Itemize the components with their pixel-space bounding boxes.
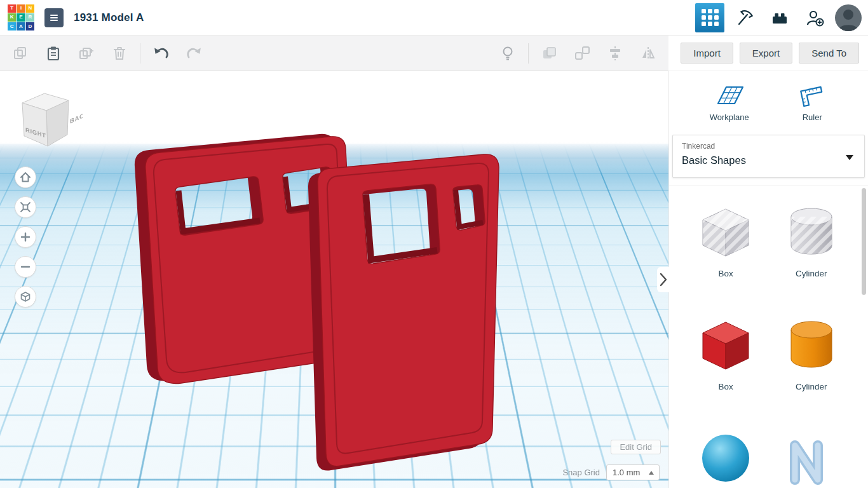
home-icon [19, 171, 32, 184]
shape-tile-cylinder[interactable]: Cylinder [782, 316, 841, 392]
align-button[interactable] [599, 39, 632, 67]
tinkercad-app: T I N K E R C A D 1931 Model A [0, 0, 868, 488]
copy-icon [12, 45, 29, 62]
perspective-toggle-button[interactable] [15, 286, 36, 308]
cylinder-icon [782, 316, 841, 374]
shape-category-dropdown[interactable]: Tinkercad Basic Shapes [672, 135, 865, 178]
duplicate-icon [78, 45, 95, 62]
ungroup-icon [574, 45, 590, 62]
box-icon [696, 316, 755, 374]
document-title: 1931 Model A [74, 11, 144, 24]
export-button[interactable]: Export [740, 43, 792, 64]
shape-tile-scribble[interactable] [782, 429, 841, 488]
align-icon [607, 45, 623, 62]
dashboard-grid-icon [702, 9, 719, 26]
fit-view-icon [19, 201, 32, 214]
cube-icon [19, 290, 32, 303]
import-button[interactable]: Import [681, 43, 733, 64]
scribble-icon [782, 429, 841, 487]
ruler-icon [797, 83, 827, 108]
undo-button[interactable] [144, 39, 177, 67]
fit-view-button[interactable] [15, 196, 36, 218]
plus-icon [19, 231, 32, 243]
brick-icon [770, 8, 789, 27]
view-controls [15, 166, 36, 308]
logo-cell: E [17, 13, 25, 22]
sphere-icon [696, 429, 755, 487]
tinkercad-logo[interactable]: T I N K E R C A D [8, 4, 34, 31]
viewport-3d[interactable]: RIGHT BACK [0, 71, 668, 488]
logo-cell: N [26, 4, 34, 13]
sidebar-scrollbar[interactable] [862, 188, 866, 295]
show-all-button[interactable] [491, 39, 524, 67]
view-cube-face-back[interactable]: BACK [70, 110, 83, 125]
sidebar-collapse-button[interactable] [657, 267, 670, 292]
logo-cell: D [26, 22, 34, 30]
snap-grid-select[interactable]: 1.0 mm [606, 464, 660, 480]
snap-grid-label: Snap Grid [562, 468, 600, 477]
trash-icon [111, 45, 128, 62]
shape-tile-box[interactable]: Box [696, 316, 755, 392]
toolbar-separator [140, 43, 140, 64]
home-view-button[interactable] [15, 166, 36, 188]
workplane-label: Workplane [710, 112, 749, 122]
brick-export-button[interactable] [765, 3, 794, 32]
redo-button[interactable] [177, 39, 210, 67]
dashboard-button[interactable] [695, 3, 724, 32]
logo-cell: R [26, 13, 34, 22]
shape-label: Cylinder [796, 382, 827, 392]
duplicate-button[interactable] [70, 39, 103, 67]
chevron-right-icon [660, 273, 667, 287]
header: T I N K E R C A D 1931 Model A [0, 0, 868, 36]
cylinder-striped-icon [782, 203, 841, 261]
logo-cell: I [17, 4, 25, 13]
group-button[interactable] [532, 39, 566, 67]
logo-cell: T [8, 4, 16, 13]
shape-tile-cylinder-striped[interactable]: Cylinder [782, 203, 841, 279]
shape-tile-sphere[interactable] [696, 429, 755, 488]
list-icon [48, 12, 60, 24]
delete-button[interactable] [103, 39, 136, 67]
lightbulb-icon [499, 45, 516, 62]
chevron-down-icon [846, 155, 853, 160]
logo-cell: C [8, 22, 16, 30]
zoom-out-button[interactable] [15, 256, 36, 278]
person-silhouette-icon [835, 4, 862, 31]
add-person-icon [805, 8, 824, 27]
edit-grid-button[interactable]: Edit Grid [611, 440, 661, 454]
ruler-tool[interactable]: Ruler [797, 83, 827, 122]
file-actions: Import Export Send To [668, 36, 868, 71]
undo-icon [153, 45, 170, 62]
header-actions [695, 3, 864, 32]
ungroup-button[interactable] [566, 39, 599, 67]
snap-grid-row: Snap Grid 1.0 mm [562, 464, 660, 480]
invite-collaborator-button[interactable] [800, 3, 829, 32]
sidebar-tools: Workplane Ruler [669, 71, 868, 133]
shapes-sidebar: Workplane Ruler Tinkercad [668, 71, 868, 488]
avatar[interactable] [835, 4, 862, 31]
ruler-label: Ruler [803, 112, 822, 122]
logo-cell: A [17, 22, 25, 30]
copy-button[interactable] [4, 39, 37, 67]
shape-label: Box [719, 269, 733, 279]
paste-button[interactable] [37, 39, 70, 67]
workplane-tool[interactable]: Workplane [710, 83, 749, 122]
design-menu-button[interactable] [44, 8, 64, 27]
send-to-button[interactable]: Send To [799, 43, 859, 64]
edit-tools [0, 36, 668, 71]
pickaxe-icon [735, 8, 754, 27]
logo-cell: K [8, 13, 16, 22]
shape-label: Cylinder [796, 269, 827, 279]
toolbar: Import Export Send To [0, 36, 868, 71]
shape-gallery: Box Cylinder [669, 186, 868, 488]
view-cube[interactable]: RIGHT BACK [6, 88, 83, 154]
redo-icon [186, 45, 203, 62]
caret-up-icon [649, 471, 654, 475]
zoom-in-button[interactable] [15, 226, 36, 248]
minecraft-export-button[interactable] [730, 3, 759, 32]
workplane-icon [714, 83, 745, 108]
group-icon [541, 45, 557, 62]
mirror-icon [640, 45, 656, 62]
mirror-button[interactable] [632, 39, 665, 67]
shape-tile-box-striped[interactable]: Box [696, 203, 755, 279]
